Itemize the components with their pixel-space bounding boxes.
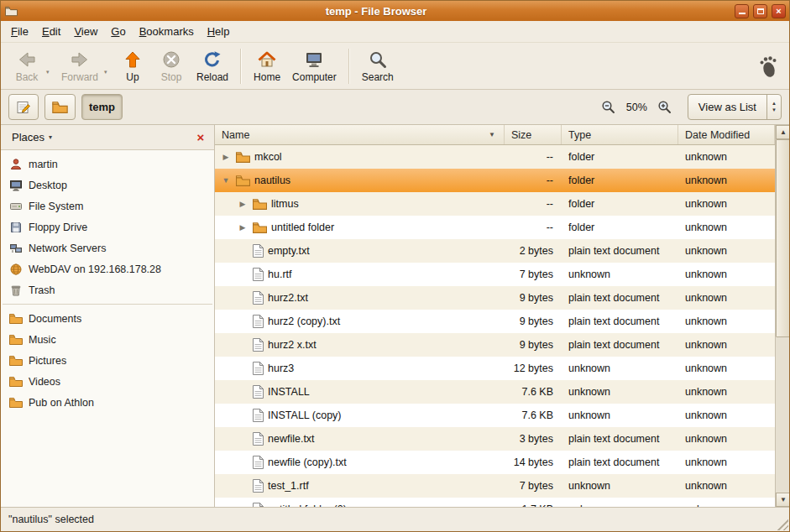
zoom-out-icon bbox=[601, 100, 615, 114]
file-browser-window: temp - File Browser × File Edit View Go … bbox=[0, 0, 790, 532]
sidebar-item-webdav[interactable]: WebDAV on 192.168.178.28 bbox=[1, 258, 214, 279]
file-row-test1-rtf[interactable]: test_1.rtf 7 bytes unknown unknown bbox=[215, 474, 775, 498]
computer-button[interactable]: Computer bbox=[286, 46, 343, 86]
sidebar-item-pictures[interactable]: Pictures bbox=[1, 350, 214, 371]
view-mode-select[interactable]: View as List ▲▼ bbox=[688, 94, 782, 120]
sidebar-item-documents[interactable]: Documents bbox=[1, 308, 214, 329]
sidebar-header: Places ▾ × bbox=[1, 125, 214, 150]
folder-icon bbox=[253, 222, 267, 233]
back-button[interactable]: Back bbox=[8, 46, 46, 86]
close-icon: × bbox=[197, 130, 205, 144]
close-icon: × bbox=[776, 7, 781, 16]
sidebar-item-trash[interactable]: Trash bbox=[1, 279, 214, 300]
text-file-icon bbox=[253, 244, 264, 258]
file-row-install[interactable]: INSTALL 7.6 KB unknown unknown bbox=[215, 380, 775, 404]
text-file-icon bbox=[253, 432, 264, 446]
sidebar-pane-select[interactable]: Places ▾ bbox=[7, 128, 57, 146]
home-button[interactable]: Home bbox=[248, 46, 286, 86]
expander-icon[interactable]: ▶ bbox=[220, 153, 232, 161]
file-row-untitled-folder[interactable]: ▶untitled folder -- folder unknown bbox=[215, 216, 775, 239]
expander-icon[interactable]: ▼ bbox=[220, 176, 232, 185]
path-root-button[interactable] bbox=[44, 94, 76, 120]
arrow-down-icon: ▼ bbox=[780, 496, 787, 503]
menu-view[interactable]: View bbox=[67, 22, 104, 41]
location-bar: temp 50% View as List ▲▼ bbox=[1, 90, 789, 125]
column-header-name[interactable]: Name ▼ bbox=[215, 125, 505, 144]
expander-icon[interactable]: ▶ bbox=[237, 200, 249, 208]
sidebar-item-filesystem[interactable]: File System bbox=[1, 196, 214, 216]
menu-help[interactable]: Help bbox=[201, 22, 237, 41]
file-row-install-copy[interactable]: INSTALL (copy) 7.6 KB unknown unknown bbox=[215, 404, 775, 427]
file-row-mkcol[interactable]: ▶mkcol -- folder unknown bbox=[215, 145, 775, 169]
menu-go[interactable]: Go bbox=[104, 22, 132, 41]
file-row-nautilus-selected[interactable]: ▼nautilus -- folder unknown bbox=[215, 169, 775, 192]
toolbar: Back ▾ Forward ▾ Up Stop Reload Home bbox=[1, 43, 789, 90]
folder-icon bbox=[9, 313, 23, 324]
sidebar-item-network[interactable]: Network Servers bbox=[1, 237, 214, 258]
scrollbar-track[interactable] bbox=[776, 139, 789, 493]
reload-button[interactable]: Reload bbox=[191, 46, 234, 86]
toggle-location-entry-button[interactable] bbox=[8, 94, 39, 120]
user-home-icon bbox=[9, 158, 23, 171]
text-file-icon bbox=[253, 291, 264, 305]
toolbar-separator bbox=[240, 49, 242, 84]
home-icon bbox=[257, 50, 277, 70]
scroll-up-button[interactable]: ▲ bbox=[776, 125, 789, 139]
text-file-icon bbox=[253, 385, 264, 399]
file-row-hu-rtf[interactable]: hu.rtf 7 bytes unknown unknown bbox=[215, 263, 775, 286]
vertical-scrollbar[interactable]: ▲ ▼ bbox=[775, 125, 789, 507]
floppy-icon bbox=[9, 221, 23, 234]
sidebar-item-videos[interactable]: Videos bbox=[1, 371, 214, 392]
scrollbar-thumb[interactable] bbox=[776, 139, 789, 337]
column-header-size[interactable]: Size bbox=[505, 125, 562, 144]
column-header-type[interactable]: Type bbox=[562, 125, 678, 144]
scroll-down-button[interactable]: ▼ bbox=[776, 493, 789, 507]
sidebar-item-desktop[interactable]: Desktop bbox=[1, 175, 214, 196]
stop-button[interactable]: Stop bbox=[152, 46, 191, 86]
expander-icon[interactable]: ▶ bbox=[237, 223, 249, 232]
file-row-newfile-txt[interactable]: newfile.txt 3 bytes plain text document … bbox=[215, 427, 775, 451]
back-icon bbox=[17, 50, 37, 70]
zoom-in-button[interactable] bbox=[655, 96, 675, 118]
forward-history-arrow-icon[interactable]: ▾ bbox=[104, 57, 113, 76]
menu-bookmarks[interactable]: Bookmarks bbox=[133, 22, 201, 41]
search-button[interactable]: Search bbox=[356, 46, 400, 86]
maximize-button[interactable] bbox=[753, 4, 767, 18]
sidebar-item-music[interactable]: Music bbox=[1, 329, 214, 350]
column-header-modified[interactable]: Date Modified bbox=[678, 125, 775, 144]
sidebar-item-home[interactable]: martin bbox=[1, 154, 214, 175]
view-mode-stepper-icon: ▲▼ bbox=[766, 95, 781, 119]
file-row-hurz2-x-txt[interactable]: hurz2 x.txt 9 bytes plain text document … bbox=[215, 333, 775, 357]
file-row-empty-txt[interactable]: empty.txt 2 bytes plain text document un… bbox=[215, 239, 775, 263]
file-row-untitled-folder-2[interactable]: untitled folder (2) 1.7 KB unknown unkno… bbox=[215, 498, 775, 507]
close-button[interactable]: × bbox=[772, 4, 786, 18]
sidebar-close-button[interactable]: × bbox=[193, 130, 208, 145]
file-row-hurz2-copy-txt[interactable]: hurz2 (copy).txt 9 bytes plain text docu… bbox=[215, 310, 775, 333]
sort-desc-icon: ▼ bbox=[489, 131, 497, 138]
zoom-out-button[interactable] bbox=[599, 96, 619, 118]
content: Places ▾ × martin Desktop File System bbox=[1, 125, 789, 507]
desktop-icon bbox=[9, 179, 23, 192]
sidebar-item-floppy[interactable]: Floppy Drive bbox=[1, 216, 214, 237]
back-history-arrow-icon[interactable]: ▾ bbox=[46, 57, 55, 76]
menu-file[interactable]: File bbox=[4, 22, 35, 41]
minimize-button[interactable] bbox=[735, 4, 749, 18]
forward-button[interactable]: Forward bbox=[55, 46, 104, 86]
path-current-folder-button[interactable]: temp bbox=[81, 94, 123, 120]
statusbar: "nautilus" selected bbox=[1, 507, 789, 531]
root-folder-icon bbox=[52, 101, 68, 113]
file-row-newfile-copy-txt[interactable]: newfile (copy).txt 14 bytes plain text d… bbox=[215, 451, 775, 474]
file-row-litmus[interactable]: ▶litmus -- folder unknown bbox=[215, 192, 775, 216]
file-row-hurz3[interactable]: hurz3 12 bytes unknown unknown bbox=[215, 357, 775, 380]
sidebar-item-pub-on-athlon[interactable]: Pub on Athlon bbox=[1, 392, 214, 413]
window-title: temp - File Browser bbox=[22, 5, 730, 18]
arrow-up-icon: ▲ bbox=[780, 128, 787, 136]
folder-icon bbox=[9, 376, 23, 387]
up-button[interactable]: Up bbox=[113, 46, 152, 86]
text-file-icon bbox=[253, 456, 264, 469]
up-arrow-icon bbox=[123, 50, 143, 70]
file-row-hurz2-txt[interactable]: hurz2.txt 9 bytes plain text document un… bbox=[215, 286, 775, 310]
menu-edit[interactable]: Edit bbox=[35, 22, 67, 41]
minimize-icon bbox=[739, 8, 746, 14]
resize-grip[interactable] bbox=[776, 518, 788, 530]
